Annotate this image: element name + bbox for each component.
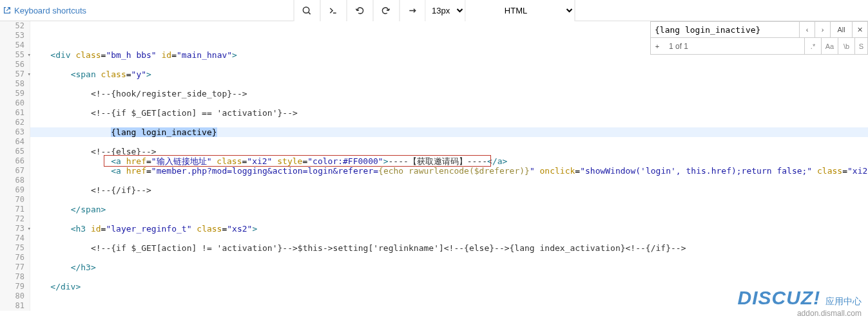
code-line[interactable]: <a href="member.php?mod=logging&action=l… — [30, 166, 868, 176]
search-row: ‹ › All ✕ — [650, 21, 868, 38]
redo-button[interactable] — [372, 0, 399, 21]
redo-icon — [381, 6, 391, 15]
case-toggle[interactable]: Aa — [821, 38, 838, 54]
code-line[interactable]: </span> — [30, 205, 868, 214]
code-line[interactable] — [30, 291, 868, 301]
gutter: 5253545556575859606162636465666768697071… — [0, 21, 30, 311]
external-link-icon — [3, 6, 12, 15]
language-select[interactable]: HTML — [465, 0, 575, 21]
undo-icon — [355, 6, 365, 15]
search-icon — [302, 6, 312, 15]
keyboard-shortcuts-link[interactable]: Keyboard shortcuts — [3, 6, 86, 15]
code-line[interactable]: </div> — [30, 282, 868, 291]
terminal-icon — [329, 6, 338, 15]
code-line[interactable] — [30, 118, 868, 127]
keyboard-shortcuts-label: Keyboard shortcuts — [14, 6, 86, 15]
replace-toggle-button[interactable]: + — [651, 38, 664, 54]
code-line[interactable] — [30, 79, 868, 89]
code-line[interactable] — [30, 234, 868, 243]
code-line[interactable]: <!--{/if}--> — [30, 185, 868, 195]
editor[interactable]: 5253545556575859606162636465666768697071… — [0, 21, 868, 323]
code-line[interactable] — [30, 214, 868, 224]
code-line[interactable] — [30, 301, 868, 311]
undo-button[interactable] — [346, 0, 372, 21]
wrap-button[interactable] — [399, 0, 425, 21]
search-close-button[interactable]: ✕ — [852, 22, 867, 37]
search-options-row: + 1 of 1 .* Aa \b S — [650, 38, 868, 55]
code-line[interactable]: </h3> — [30, 263, 868, 272]
search-prev-button[interactable]: ‹ — [799, 22, 815, 37]
code-line[interactable] — [30, 137, 868, 147]
code-line[interactable] — [30, 176, 868, 185]
code-line[interactable] — [30, 253, 868, 263]
svg-point-0 — [303, 6, 309, 12]
toolbar-center: 13px HTML — [293, 0, 575, 21]
code-area[interactable]: <div class="bm_h bbs" id="main_hnav"> <s… — [30, 21, 868, 311]
code-line[interactable]: {lang login_inactive} — [30, 127, 868, 137]
search-input[interactable] — [651, 22, 799, 37]
search-all-button[interactable]: All — [830, 22, 852, 37]
code-line[interactable]: <span class="y"> — [30, 69, 868, 79]
code-line[interactable]: <a href="输入链接地址" class="xi2" style="colo… — [30, 156, 868, 166]
code-line[interactable] — [30, 98, 868, 108]
wrap-icon — [407, 6, 417, 15]
code-line[interactable]: <!--{hook/register_side_top}--> — [30, 89, 868, 98]
search-count: 1 of 1 — [664, 42, 804, 51]
toolbar: Keyboard shortcuts 13px HTML — [0, 0, 868, 21]
code-line[interactable]: <!--{if $_GET[action] == 'activation'}--… — [30, 108, 868, 118]
word-toggle[interactable]: \b — [838, 38, 854, 54]
code-line[interactable]: <h3 id="layer_reginfo_t" class="xs2"> — [30, 224, 868, 234]
code-line[interactable] — [30, 272, 868, 282]
search-button[interactable] — [293, 0, 320, 21]
code-line[interactable] — [30, 195, 868, 205]
regex-toggle[interactable]: .* — [804, 38, 821, 54]
code-line[interactable]: <!--{if $_GET[action] != 'activation'}--… — [30, 243, 868, 253]
code-line[interactable] — [30, 60, 868, 69]
code-line[interactable]: <!--{else}--> — [30, 147, 868, 156]
selection-toggle[interactable]: S — [854, 38, 867, 54]
terminal-button[interactable] — [320, 0, 346, 21]
search-next-button[interactable]: › — [815, 22, 830, 37]
search-panel: ‹ › All ✕ + 1 of 1 .* Aa \b S — [650, 21, 868, 55]
font-size-select[interactable]: 13px — [425, 0, 465, 21]
